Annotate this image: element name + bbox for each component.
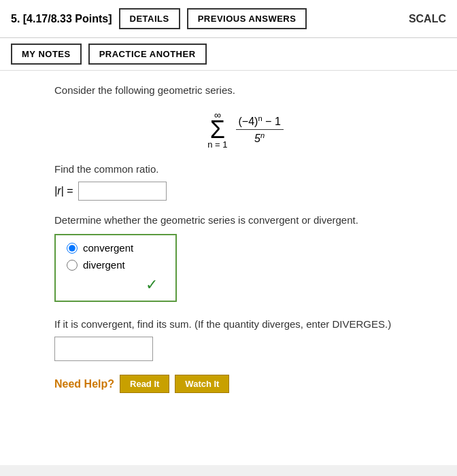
need-help-label: Need Help? <box>54 378 114 390</box>
formula-area: ∞ Σ n = 1 (−4)n − 1 5n <box>54 109 437 150</box>
ratio-label: |r| = <box>54 185 73 197</box>
fraction-numerator: (−4)n − 1 <box>236 114 284 130</box>
scalc-label: SCALC <box>409 13 446 25</box>
second-bar: MY NOTES PRACTICE ANOTHER <box>0 38 457 71</box>
radio-group: convergent divergent ✓ <box>54 234 177 302</box>
fraction: (−4)n − 1 5n <box>236 114 284 146</box>
sum-input[interactable] <box>54 337 153 361</box>
watch-it-button[interactable]: Watch It <box>175 375 229 393</box>
details-button[interactable]: DETAILS <box>119 8 180 29</box>
top-bar: 5. [4.17/8.33 Points] DETAILS PREVIOUS A… <box>0 0 457 38</box>
ratio-input[interactable] <box>78 182 167 201</box>
need-help-row: Need Help? Read It Watch It <box>54 375 437 393</box>
intro-text: Consider the following geometric series. <box>54 84 437 96</box>
my-notes-button[interactable]: MY NOTES <box>11 44 82 65</box>
ratio-row: |r| = <box>54 182 437 201</box>
sigma-container: ∞ Σ n = 1 <box>207 109 227 150</box>
convergent-label[interactable]: convergent <box>83 242 133 254</box>
check-row: ✓ <box>67 276 165 294</box>
determine-text: Determine whether the geometric series i… <box>54 214 437 226</box>
read-it-button[interactable]: Read It <box>120 375 169 393</box>
content-area: Consider the following geometric series.… <box>0 71 457 465</box>
divergent-label[interactable]: divergent <box>83 259 125 271</box>
previous-answers-button[interactable]: PREVIOUS ANSWERS <box>187 8 307 29</box>
check-mark-icon: ✓ <box>146 276 158 294</box>
convergent-radio[interactable] <box>67 243 78 254</box>
question-label: 5. [4.17/8.33 Points] <box>11 13 112 25</box>
sigma-bottom: n = 1 <box>207 139 227 150</box>
fraction-denominator: 5n <box>252 130 267 145</box>
divergent-option[interactable]: divergent <box>67 259 165 271</box>
convergent-option[interactable]: convergent <box>67 242 165 254</box>
divergent-radio[interactable] <box>67 260 78 271</box>
sigma-symbol: Σ <box>210 118 225 142</box>
find-ratio-text: Find the common ratio. <box>54 163 437 175</box>
if-convergent-text: If it is convergent, find its sum. (If t… <box>54 318 437 330</box>
practice-another-button[interactable]: PRACTICE ANOTHER <box>88 44 207 65</box>
